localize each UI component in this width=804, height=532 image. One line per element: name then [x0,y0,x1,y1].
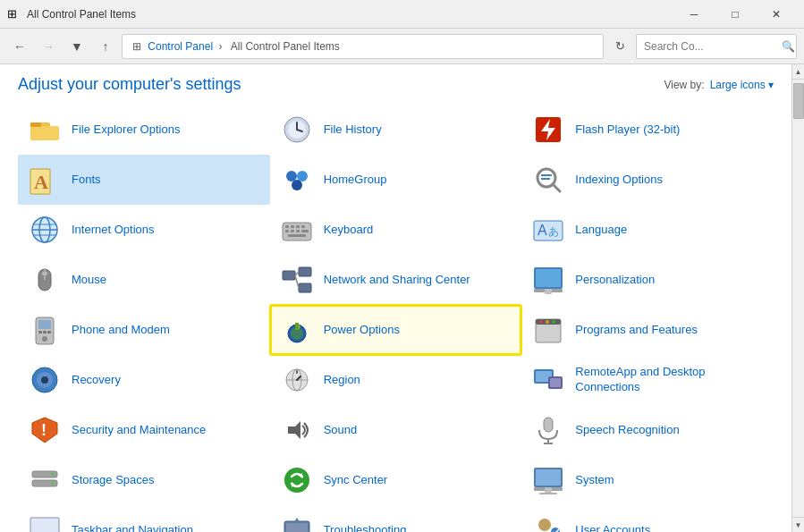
system-icon [530,462,566,498]
svg-point-12 [297,171,308,182]
mouse-icon [27,262,63,298]
svg-rect-40 [299,267,311,276]
power-options-icon [279,312,315,348]
item-internet-options[interactable]: Internet Options [18,205,270,255]
address-field[interactable]: ⊞ Control Panel › All Control Panel Item… [122,34,604,59]
svg-point-82 [51,472,55,476]
address-bar: ← → ▼ ↑ ⊞ Control Panel › All Control Pa… [0,29,804,64]
up-button[interactable]: ↑ [93,34,118,59]
item-network-sharing[interactable]: Network and Sharing Center [270,255,522,305]
title-bar: ⊞ All Control Panel Items ─ □ ✕ [0,0,804,29]
recovery-label: Recovery [72,373,121,388]
item-file-history[interactable]: File History [270,105,522,155]
svg-rect-41 [299,283,311,292]
maximize-button[interactable]: □ [715,0,756,29]
personalization-icon [530,262,566,298]
scrollbar[interactable]: ▲ ▼ [791,64,804,532]
item-security-maintenance[interactable]: ! Security and Maintenance [18,405,270,455]
search-box[interactable]: 🔍 [636,34,797,59]
item-speech-recognition[interactable]: Speech Recognition [521,405,774,455]
keyboard-icon [279,212,315,248]
svg-rect-28 [285,230,289,232]
item-phone-modem[interactable]: Phone and Modem [18,305,270,355]
item-storage-spaces[interactable]: Storage Spaces [18,455,270,505]
svg-rect-53 [47,331,51,334]
svg-text:!: ! [41,421,47,439]
phone-modem-label: Phone and Modem [72,323,170,338]
item-fonts[interactable]: A Fonts [18,155,270,205]
fonts-icon: A [27,162,63,198]
view-by-dropdown[interactable]: Large icons ▾ [710,79,774,91]
svg-point-61 [552,320,555,324]
content-area[interactable]: Adjust your computer's settings View by:… [0,64,791,532]
item-mouse[interactable]: Mouse [18,255,270,305]
item-language[interactable]: Aあ Language [521,205,774,255]
svg-point-84 [284,468,309,493]
sync-center-icon [279,462,315,498]
svg-rect-98 [286,523,308,532]
speech-recognition-label: Speech Recognition [575,423,679,438]
breadcrumb-control-panel[interactable]: Control Panel [148,40,213,53]
breadcrumb-icon: ⊞ [132,40,141,53]
item-homegroup[interactable]: HomeGroup [270,155,522,205]
svg-rect-92 [30,518,59,532]
item-remoteapp[interactable]: RemoteApp and Desktop Connections [521,355,774,405]
refresh-button[interactable]: ↻ [607,34,632,59]
item-sync-center[interactable]: Sync Center [270,455,522,505]
file-history-label: File History [324,122,382,138]
item-indexing-options[interactable]: Indexing Options [521,155,774,205]
svg-point-11 [286,171,297,182]
item-region[interactable]: Region [270,355,522,405]
main-content: Adjust your computer's settings View by:… [0,64,804,532]
svg-rect-51 [38,331,42,334]
svg-point-13 [292,180,302,190]
item-troubleshooting[interactable]: Troubleshooting [270,505,522,532]
svg-point-100 [538,519,551,531]
sync-center-label: Sync Center [324,473,388,488]
forward-button[interactable]: → [36,34,61,59]
svg-rect-73 [550,378,561,387]
items-grid: File Explorer Options File History Flash… [0,101,791,532]
item-programs-features[interactable]: Programs and Features [521,305,774,355]
svg-text:あ: あ [548,225,559,238]
scroll-up-arrow[interactable]: ▲ [792,64,805,80]
svg-rect-32 [288,234,306,237]
item-personalization[interactable]: Personalization [521,255,774,305]
svg-rect-45 [536,269,561,287]
content-header: Adjust your computer's settings View by:… [0,64,791,101]
keyboard-label: Keyboard [324,223,374,238]
item-keyboard[interactable]: Keyboard [270,205,522,255]
item-system[interactable]: System [521,455,774,505]
back-button[interactable]: ← [7,34,32,59]
item-flash-player[interactable]: Flash Player (32-bit) [521,105,774,155]
svg-rect-26 [296,225,300,228]
remoteapp-label: RemoteApp and Desktop Connections [575,365,765,395]
minimize-button[interactable]: ─ [673,0,715,29]
scroll-thumb[interactable] [793,83,804,119]
item-power-options[interactable]: Power Options [270,305,522,355]
item-file-explorer-options[interactable]: File Explorer Options [18,105,270,155]
view-by-label: View by: [664,79,704,91]
network-sharing-label: Network and Sharing Center [324,273,470,288]
view-by-control: View by: Large icons ▾ [664,79,774,91]
svg-rect-24 [285,225,289,228]
storage-spaces-label: Storage Spaces [72,473,155,488]
item-recovery[interactable]: Recovery [18,355,270,405]
flash-player-icon [530,112,566,148]
sound-icon [279,412,315,448]
svg-rect-56 [295,323,299,330]
svg-point-60 [546,320,549,324]
fonts-label: Fonts [72,173,101,188]
close-button[interactable]: ✕ [756,0,797,29]
breadcrumb-current: All Control Panel Items [231,40,340,53]
taskbar-navigation-label: Taskbar and Navigation [72,523,193,532]
item-sound[interactable]: Sound [270,405,522,455]
item-user-accounts[interactable]: User Accounts [521,505,774,532]
search-input[interactable] [644,40,778,53]
system-label: System [575,473,614,488]
item-taskbar-navigation[interactable]: Taskbar and Navigation [18,505,270,532]
troubleshooting-label: Troubleshooting [324,523,407,532]
scroll-down-arrow[interactable]: ▼ [792,517,805,532]
region-label: Region [324,373,360,388]
recent-button[interactable]: ▼ [64,34,89,59]
